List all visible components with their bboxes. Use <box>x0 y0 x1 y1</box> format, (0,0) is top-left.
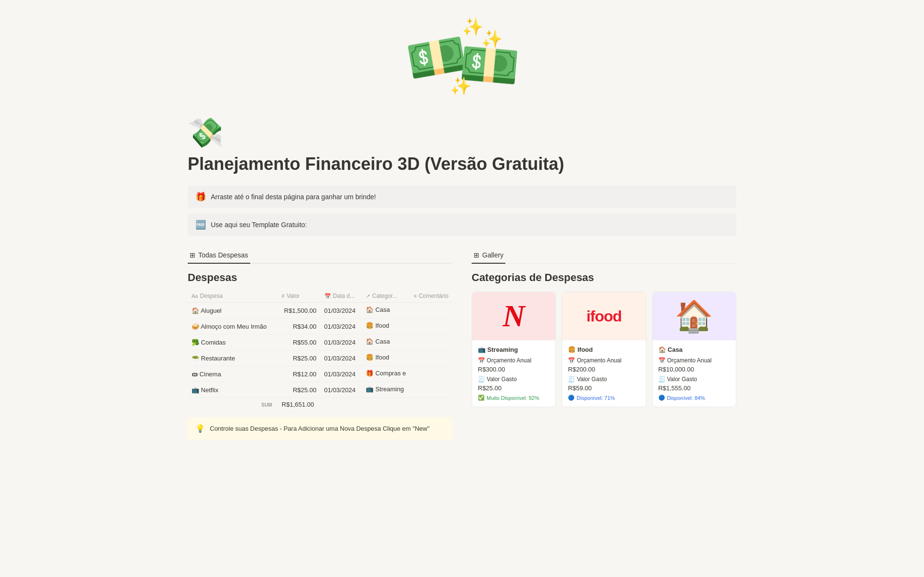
gallery-tab-bar: ⊞ Gallery <box>472 247 736 264</box>
table-row[interactable]: 🎟 Cinema R$12.00 01/03/2024 🎁 Compras e <box>188 366 452 382</box>
th-comment: ≡ Comentário <box>410 290 452 303</box>
table-row[interactable]: 🥗 Restaurante R$25.00 01/03/2024 🍔 Ifood <box>188 350 452 366</box>
card-orcamento-value: R$200.00 <box>568 366 640 373</box>
callout-free-text: Use aqui seu Template Gratuito: <box>211 221 307 229</box>
expense-card-streaming[interactable]: N 📺 Streaming 📅 Orçamento Anual R$300.00… <box>472 292 556 407</box>
card-name: 📺 Streaming <box>478 346 550 353</box>
sparkle-icon-3: ✨ <box>450 76 469 96</box>
gallery-title: Categorias de Despesas <box>472 271 736 284</box>
status-text: Muito Disponível: 92% <box>487 395 539 401</box>
card-orcamento-label: 📅 Orçamento Anual <box>478 357 550 364</box>
page-wrapper: ✨ ✨ 💵 💵 ✨ 💸 Planejamento Financeiro 3D (… <box>149 0 775 469</box>
table-icon: ⊞ <box>190 251 195 259</box>
cell-cat: 🏠 Casa <box>362 334 410 350</box>
cell-despesa: 🥗 Restaurante <box>188 350 278 366</box>
table-header-row: Aa Despesa # Valor 📅 <box>188 290 452 303</box>
free-icon: 🆓 <box>195 219 206 230</box>
th-despesa-icon: Aa <box>192 293 198 299</box>
cell-valor: R$55.00 <box>278 334 320 350</box>
th-cat-icon: ↗ <box>366 293 370 299</box>
cell-valor: R$34.00 <box>278 319 320 334</box>
lightbulb-icon: 💡 <box>195 424 205 433</box>
table-row[interactable]: 🥦 Comidas R$55.00 01/03/2024 🏠 Casa <box>188 334 452 350</box>
cell-comment <box>410 303 452 319</box>
card-status: 🔵 Disponível: 71% <box>568 395 640 401</box>
gallery-tab-label: Gallery <box>482 251 503 259</box>
card-status: ✅ Muito Disponível: 92% <box>478 395 550 401</box>
cell-data: 01/03/2024 <box>321 334 362 350</box>
cell-cat: 🎁 Compras e <box>362 366 410 382</box>
card-body: 🏠 Casa 📅 Orçamento Anual R$10,000.00 🧾 V… <box>653 340 736 407</box>
status-text: Disponível: 71% <box>577 395 615 401</box>
card-name: 🏠 Casa <box>658 346 730 353</box>
cell-valor: R$25.00 <box>278 350 320 366</box>
cell-cat: 🏠 Casa <box>362 303 410 319</box>
netflix-logo: N <box>503 298 525 334</box>
cell-comment <box>410 382 452 398</box>
card-gasto-value: R$1,555.00 <box>658 385 730 392</box>
card-orcamento-label: 📅 Orçamento Anual <box>658 357 730 364</box>
cell-valor: R$25.00 <box>278 382 320 398</box>
th-data-label: Data d... <box>333 293 355 299</box>
cell-despesa: 🥪 Almoço com Meu Irmão <box>188 319 278 334</box>
callout-gift: 🎁 Arraste até o final desta página para … <box>188 186 736 208</box>
cell-comment <box>410 319 452 334</box>
callout-gift-text: Arraste até o final desta página para ga… <box>211 193 376 201</box>
gallery-tab-icon: ⊞ <box>474 251 479 259</box>
cell-data: 01/03/2024 <box>321 303 362 319</box>
cell-data: 01/03/2024 <box>321 350 362 366</box>
cell-data: 01/03/2024 <box>321 319 362 334</box>
hero-banner: ✨ ✨ 💵 💵 ✨ <box>188 0 736 115</box>
card-gasto-label: 🧾 Valor Gasto <box>478 376 550 383</box>
table-row[interactable]: 🏠 Aluguel R$1,500.00 01/03/2024 🏠 Casa <box>188 303 452 319</box>
th-data-icon: 📅 <box>324 293 331 299</box>
card-gasto-label: 🧾 Valor Gasto <box>658 376 730 383</box>
th-cat-label: Categor... <box>372 293 397 299</box>
gift-icon: 🎁 <box>195 192 206 202</box>
cell-cat: 📺 Streaming <box>362 382 410 398</box>
th-valor-icon: # <box>282 293 284 299</box>
card-body: 🍔 Ifood 📅 Orçamento Anual R$200.00 🧾 Val… <box>562 340 645 407</box>
th-cat: ↗ Categor... <box>362 290 410 303</box>
card-orcamento-value: R$10,000.00 <box>658 366 730 373</box>
card-status: 🔵 Disponível: 84% <box>658 395 730 401</box>
cell-despesa: 🎟 Cinema <box>188 366 278 382</box>
th-valor-label: Valor <box>286 293 299 299</box>
table-row[interactable]: 📺 Netflix R$25.00 01/03/2024 📺 Streaming <box>188 382 452 398</box>
cell-data: 01/03/2024 <box>321 382 362 398</box>
status-icon: ✅ <box>478 395 485 401</box>
sum-row: SUM R$1,651.00 <box>188 398 452 411</box>
gallery-tab[interactable]: ⊞ Gallery <box>472 247 505 264</box>
status-icon: 🔵 <box>658 395 665 401</box>
main-content: ⊞ Todas Despesas Despesas Aa Despesa <box>188 247 736 440</box>
right-panel: ⊞ Gallery Categorias de Despesas N 📺 Str… <box>472 247 736 440</box>
cards-grid: N 📺 Streaming 📅 Orçamento Anual R$300.00… <box>472 292 736 407</box>
page-icon: 💸 <box>188 115 736 150</box>
cell-valor: R$1,500.00 <box>278 303 320 319</box>
card-name: 🍔 Ifood <box>568 346 640 353</box>
cell-comment <box>410 334 452 350</box>
th-comment-icon: ≡ <box>414 293 417 299</box>
callout-free: 🆓 Use aqui seu Template Gratuito: <box>188 214 736 236</box>
th-comment-label: Comentário <box>419 293 449 299</box>
cell-despesa: 📺 Netflix <box>188 382 278 398</box>
expense-card-casa[interactable]: 🏠 🏠 Casa 📅 Orçamento Anual R$10,000.00 🧾… <box>652 292 736 407</box>
cell-cat: 🍔 Ifood <box>362 319 410 334</box>
expense-card-ifood[interactable]: ifood 🍔 Ifood 📅 Orçamento Anual R$200.00… <box>562 292 646 407</box>
expense-tbody: 🏠 Aluguel R$1,500.00 01/03/2024 🏠 Casa 🥪… <box>188 303 452 398</box>
page-title: Planejamento Financeiro 3D (Versão Gratu… <box>188 154 736 174</box>
cell-valor: R$12.00 <box>278 366 320 382</box>
table-row[interactable]: 🥪 Almoço com Meu Irmão R$34.00 01/03/202… <box>188 319 452 334</box>
left-panel: ⊞ Todas Despesas Despesas Aa Despesa <box>188 247 452 440</box>
card-body: 📺 Streaming 📅 Orçamento Anual R$300.00 🧾… <box>472 340 555 407</box>
card-orcamento-value: R$300.00 <box>478 366 550 373</box>
status-icon: 🔵 <box>568 395 575 401</box>
sum-label: SUM <box>261 402 272 408</box>
ifood-logo: ifood <box>586 308 621 325</box>
th-despesa-label: Despesa <box>200 293 222 299</box>
expense-table: Aa Despesa # Valor 📅 <box>188 290 452 411</box>
cell-data: 01/03/2024 <box>321 366 362 382</box>
status-text: Disponível: 84% <box>667 395 706 401</box>
despesas-section-title: Despesas <box>188 271 452 284</box>
tab-todas-despesas[interactable]: ⊞ Todas Despesas <box>188 247 250 264</box>
